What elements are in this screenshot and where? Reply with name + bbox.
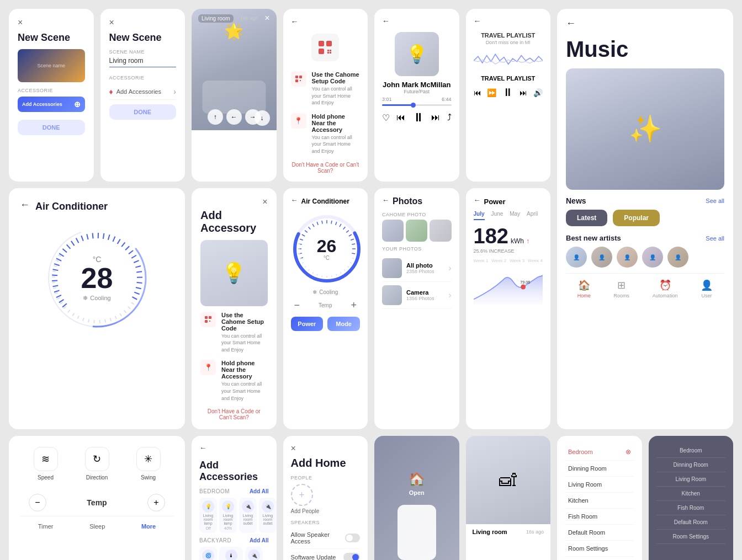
minus-btn[interactable]: −: [294, 300, 300, 311]
artist-avatar-4[interactable]: 👤: [642, 247, 663, 268]
temp-plus-btn[interactable]: +: [147, 494, 165, 511]
room-item-dark-4[interactable]: Fish Room: [656, 501, 726, 515]
close-icon-add-acc[interactable]: ×: [262, 197, 267, 207]
lr-download[interactable]: ↓: [255, 110, 270, 126]
add-people-btn[interactable]: +: [291, 484, 313, 506]
acc-item-3[interactable]: 🔌 Living room outlet: [239, 498, 257, 533]
room-item-dark-2[interactable]: Living Room: [656, 472, 726, 487]
next-icon[interactable]: ⏭: [431, 113, 440, 122]
back-arrow-ac-temp[interactable]: ←: [291, 196, 298, 204]
acc-item-5[interactable]: 🌀 Living room fan Off: [199, 547, 217, 560]
room-item-0[interactable]: Bedroom ⊗: [565, 444, 634, 461]
control-speed[interactable]: ≋ Speed: [34, 447, 58, 481]
done-btn-1[interactable]: DONE: [18, 120, 85, 135]
pause-icon[interactable]: ⏸: [412, 110, 425, 125]
room-close-0[interactable]: ⊗: [626, 448, 631, 456]
room-item-dark-1[interactable]: Dinning Room: [656, 458, 726, 472]
latest-btn[interactable]: Latest: [566, 210, 607, 226]
lr-up[interactable]: ↑: [208, 109, 223, 125]
photo-1[interactable]: [382, 220, 404, 242]
nav-home[interactable]: 🏠 Home: [577, 279, 591, 298]
prev-icon[interactable]: ⏮: [396, 113, 405, 122]
close-add-home[interactable]: ×: [291, 444, 296, 454]
artist-avatar-3[interactable]: 👤: [617, 247, 638, 268]
scene-name-input[interactable]: [109, 55, 177, 67]
backyard-add-all[interactable]: Add All: [250, 537, 269, 543]
artist-avatar-1[interactable]: 👤: [566, 247, 587, 268]
footer-timer[interactable]: Timer: [38, 523, 54, 530]
tab-june[interactable]: June: [491, 211, 504, 220]
nav-rooms[interactable]: ⊞ Rooms: [614, 279, 630, 298]
room-item-3[interactable]: Kitchen: [565, 493, 634, 509]
mode-btn[interactable]: Mode: [327, 317, 360, 331]
all-photo-row[interactable]: All photo 2358 Photos ›: [382, 255, 452, 282]
nav-user[interactable]: 👤 User: [701, 279, 713, 298]
cant-scan-link-2[interactable]: Don't Have a Code or Can't Scan?: [200, 408, 268, 420]
svg-line-105: [340, 272, 341, 274]
back-arrow-power[interactable]: ←: [474, 196, 481, 204]
pl-pause[interactable]: ⏸: [502, 86, 513, 99]
acc-item-7[interactable]: 🔌 Living room outlet: [245, 547, 263, 560]
pl-vol[interactable]: 🔊: [533, 88, 543, 97]
back-arrow-playlist[interactable]: ←: [474, 17, 481, 25]
artists-see-all[interactable]: See all: [706, 235, 724, 242]
camera-row[interactable]: Camera 1356 Photos ›: [382, 282, 452, 309]
svg-point-119: [521, 284, 526, 289]
acc-item-4[interactable]: 🔌 Living room outlet: [259, 498, 277, 533]
room-item-4[interactable]: Fish Room: [565, 509, 634, 525]
door-label[interactable]: Open: [409, 489, 425, 496]
back-arrow-music[interactable]: ←: [382, 17, 390, 25]
acc-item-6[interactable]: 🌡 Living Thermoyla: [219, 547, 243, 560]
lr-left[interactable]: ←: [226, 109, 242, 125]
artist-avatar-2[interactable]: 👤: [591, 247, 612, 268]
pl-next[interactable]: ⏭: [520, 88, 527, 97]
lr-close[interactable]: ×: [264, 13, 269, 23]
popular-btn[interactable]: Popular: [613, 210, 660, 226]
photo-2[interactable]: [406, 220, 427, 242]
room-item-2[interactable]: Living Room: [565, 477, 634, 493]
allow-speaker-toggle[interactable]: [345, 534, 360, 542]
temp-minus-btn[interactable]: −: [29, 494, 46, 511]
close-icon-1[interactable]: ×: [18, 18, 23, 28]
room-item-1[interactable]: Dinning Room: [565, 461, 634, 477]
back-arrow-music-large[interactable]: ←: [566, 18, 576, 29]
pl-prev[interactable]: ⏮: [474, 88, 481, 97]
cant-scan-link[interactable]: Don't Have a Code or Can't Scan?: [291, 162, 361, 174]
artist-avatar-5[interactable]: 👤: [667, 247, 688, 268]
room-item-5[interactable]: Default Room: [565, 525, 634, 541]
door-rectangle[interactable]: [398, 505, 436, 560]
control-direction[interactable]: ↻ Direction: [85, 447, 109, 481]
acc-item-1[interactable]: 💡 Living room lamp Off: [199, 498, 217, 533]
share-icon[interactable]: ⤴: [447, 113, 452, 122]
room-item-6[interactable]: Room Settings: [565, 541, 634, 557]
done-btn-2[interactable]: DONE: [109, 104, 177, 120]
room-item-dark-5[interactable]: Default Room: [656, 515, 726, 530]
power-btn[interactable]: Power: [291, 317, 324, 331]
add-accessories-label-2[interactable]: Add Accessories: [116, 88, 161, 95]
photo-3[interactable]: [430, 220, 451, 242]
plus-btn[interactable]: +: [351, 300, 357, 311]
back-arrow-scan[interactable]: ←: [291, 17, 299, 26]
tab-april[interactable]: April: [527, 211, 538, 220]
control-swing[interactable]: ✳ Swing: [136, 447, 161, 481]
room-item-dark-6[interactable]: Room Settings: [656, 530, 726, 544]
back-arrow-photos[interactable]: ←: [382, 196, 389, 204]
room-item-dark-3[interactable]: Kitchen: [656, 487, 726, 501]
pl-back[interactable]: ⏩: [487, 88, 496, 97]
tab-july[interactable]: July: [474, 211, 485, 220]
close-icon-2[interactable]: ×: [109, 18, 114, 28]
tab-may[interactable]: May: [510, 211, 520, 220]
acc-item-2[interactable]: 💡 Living room lamp 40%: [219, 498, 237, 533]
nav-automation[interactable]: ⏰ Automation: [653, 279, 678, 298]
heart-icon[interactable]: ♡: [382, 113, 390, 123]
bedroom-add-all[interactable]: Add All: [250, 488, 269, 494]
software-update-toggle[interactable]: [343, 553, 360, 560]
footer-more[interactable]: More: [141, 523, 156, 530]
add-accessories-btn-1[interactable]: Add Accessories: [22, 102, 62, 107]
footer-sleep[interactable]: Sleep: [89, 523, 105, 530]
news-see-all[interactable]: See all: [706, 198, 724, 204]
progress-bar[interactable]: [382, 104, 452, 106]
back-arrow-add-acc[interactable]: ←: [199, 444, 206, 452]
room-item-dark-0[interactable]: Bedroom: [656, 444, 726, 458]
back-arrow-ac[interactable]: ←: [20, 199, 30, 211]
